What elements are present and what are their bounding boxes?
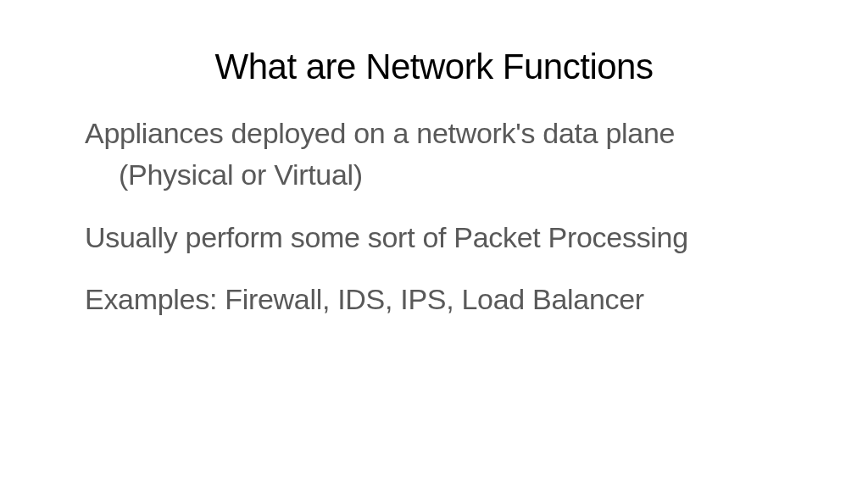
bullet-point-3: Examples: Firewall, IDS, IPS, Load Balan…	[85, 279, 783, 320]
bullet-1-line-1: Appliances deployed on a network's data …	[85, 117, 675, 149]
slide-title: What are Network Functions	[85, 47, 783, 87]
bullet-point-2: Usually perform some sort of Packet Proc…	[85, 217, 783, 258]
bullet-1-line-2: (Physical or Virtual)	[85, 154, 783, 196]
slide-container: What are Network Functions Appliances de…	[0, 0, 868, 488]
bullet-point-1: Appliances deployed on a network's data …	[85, 113, 783, 197]
